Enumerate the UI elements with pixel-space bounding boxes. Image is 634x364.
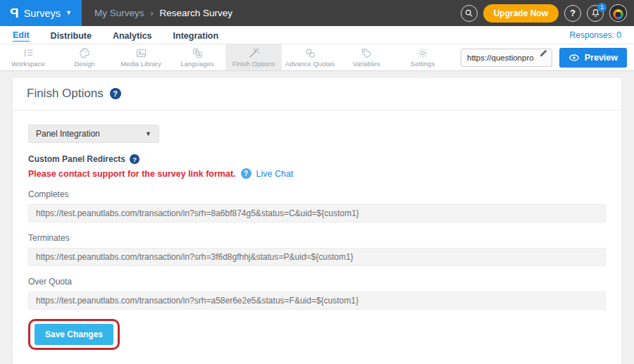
breadcrumb: My Surveys › Research Survey [94,0,232,26]
top-header: P Surveys ▼ My Surveys › Research Survey… [0,0,634,26]
search-button[interactable] [461,5,478,22]
toolbar-item-label: Advance Quotas [285,60,335,68]
breadcrumb-current-survey: Research Survey [160,8,233,18]
finish-options-panel: Finish Options ? Panel Integration ▼ Cus… [13,78,621,364]
toolbar-item-media-library[interactable]: Media Library [113,44,169,70]
toolbar-item-settings[interactable]: Settings [394,44,451,70]
toolbar-item-variables[interactable]: Variables [338,44,394,70]
live-chat-help-icon[interactable]: ? [241,168,251,179]
dropdown-selected-value: Panel Integration [36,129,100,139]
chevron-down-icon: ▼ [145,131,151,137]
finish-option-type-dropdown[interactable]: Panel Integration ▼ [28,125,159,143]
settings-icon [416,47,429,59]
section-title: Custom Panel Redirects [28,154,125,164]
tab-edit[interactable]: Edit [13,28,30,42]
finish-options-help-icon[interactable]: ? [110,88,121,99]
product-name: Surveys [24,8,61,19]
panel-header: Finish Options ? [13,78,621,111]
chevron-down-icon: ▼ [66,10,72,16]
toolbar-item-label: Variables [353,60,380,68]
languages-icon [191,47,204,59]
page-title: Finish Options [27,87,104,101]
terminates-input[interactable] [28,248,606,266]
upgrade-now-button[interactable]: Upgrade Now [483,4,559,23]
preview-button[interactable]: Preview [559,48,627,68]
toolbar-item-languages[interactable]: Languages [169,44,225,70]
support-note-text: Please contact support for the survey li… [28,169,236,179]
search-icon [464,8,473,18]
notifications-button[interactable]: 1 [587,5,604,22]
survey-nav: Edit Distribute Analytics Integration Re… [0,26,634,44]
edit-toolbar: Workspace Design Media Library Languages… [0,44,634,71]
panel-body: Panel Integration ▼ Custom Panel Redirec… [13,111,621,364]
tab-integration[interactable]: Integration [173,29,219,42]
toolbar-item-label: Design [74,60,95,68]
questionpro-logo-icon: P [10,6,19,21]
completes-input[interactable] [28,204,606,222]
survey-url-container [461,44,552,70]
breadcrumb-my-surveys[interactable]: My Surveys [94,8,144,18]
finish-options-icon [247,47,261,59]
workspace-icon [22,47,35,59]
header-actions: Upgrade Now ? 1 [461,0,634,26]
responses-count[interactable]: Responses: 0 [570,30,621,40]
toolbar-item-finish-options[interactable]: Finish Options [225,44,282,70]
toolbar-item-advance-quotas[interactable]: Advance Quotas [282,44,338,70]
media-library-icon [135,47,148,59]
custom-panel-redirects-section: Custom Panel Redirects ? [28,154,606,164]
toolbar-item-workspace[interactable]: Workspace [0,44,56,70]
over-quota-input[interactable] [28,291,606,310]
save-button-annotation: Save Changes [28,319,120,350]
notification-badge: 1 [597,3,607,12]
custom-panel-redirects-help-icon[interactable]: ? [130,154,139,164]
toolbar-item-label: Workspace [11,60,44,68]
variables-icon [360,47,373,59]
user-avatar[interactable] [609,4,627,22]
save-changes-button[interactable]: Save Changes [35,324,113,345]
advance-quotas-icon [304,47,317,59]
preview-label: Preview [585,53,618,63]
over-quota-label: Over Quota [28,277,606,287]
tab-distribute[interactable]: Distribute [51,29,92,42]
toolbar-item-label: Languages [180,60,213,68]
toolbar-item-label: Finish Options [232,60,275,68]
design-icon [78,47,91,59]
breadcrumb-separator-icon: › [151,8,154,18]
eye-icon [568,54,580,62]
help-button[interactable]: ? [564,5,581,22]
toolbar-item-design[interactable]: Design [56,44,113,70]
toolbar-item-label: Media Library [120,60,161,68]
edit-url-icon[interactable] [539,49,548,58]
terminates-label: Terminates [28,233,606,243]
live-chat-link[interactable]: Live Chat [256,169,294,179]
tab-analytics[interactable]: Analytics [113,29,152,42]
completes-label: Completes [28,189,606,199]
support-note-row: Please contact support for the survey li… [28,168,606,179]
toolbar-item-label: Settings [411,60,435,68]
product-switcher[interactable]: P Surveys ▼ [0,0,82,26]
